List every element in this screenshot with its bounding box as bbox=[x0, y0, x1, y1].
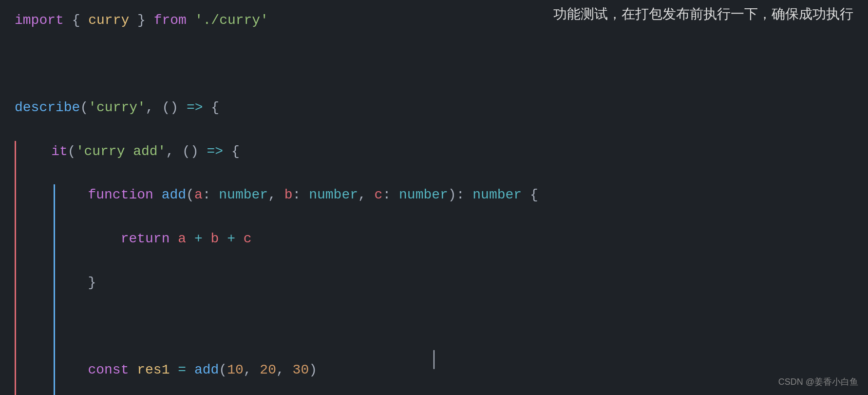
code-block: import { curry } from './curry' describe… bbox=[15, 10, 853, 141]
line-function: function add(a: number, b: number, c: nu… bbox=[22, 184, 853, 206]
i-beam-cursor: │ bbox=[429, 350, 440, 368]
code-area: 功能测试，在打包发布前执行一下，确保成功执行 import { curry } … bbox=[0, 0, 868, 395]
outer-border-line bbox=[15, 141, 16, 395]
main-container: 功能测试，在打包发布前执行一下，确保成功执行 import { curry } … bbox=[0, 0, 868, 395]
it-label: 'curry add' bbox=[76, 144, 166, 159]
num-10-1: 10 bbox=[227, 362, 244, 377]
describe-fn: describe bbox=[15, 100, 80, 115]
line-return: return a + b + c bbox=[22, 228, 853, 250]
var-b: b bbox=[211, 231, 219, 246]
var-c: c bbox=[244, 231, 252, 246]
param-b: b bbox=[284, 187, 293, 202]
add-call: add bbox=[194, 362, 219, 377]
describe-label: 'curry' bbox=[88, 100, 146, 115]
num-20-1: 20 bbox=[260, 362, 276, 377]
add-fn: add bbox=[162, 187, 186, 202]
import-keyword: import bbox=[15, 13, 64, 28]
code-inner: it('curry add', () => { bbox=[15, 141, 853, 185]
watermark: CSDN @姜香小白鱼 bbox=[778, 376, 858, 388]
comment-annotation: 功能测试，在打包发布前执行一下，确保成功执行 bbox=[553, 5, 853, 23]
const-kw-1: const bbox=[88, 362, 129, 377]
return-kw: return bbox=[121, 231, 170, 246]
param-a: a bbox=[194, 187, 203, 202]
arrow-op: => bbox=[187, 100, 203, 115]
import-path: './curry' bbox=[195, 13, 268, 28]
res1-var: res1 bbox=[137, 362, 170, 377]
var-a: a bbox=[178, 231, 186, 246]
curry-import: curry bbox=[88, 13, 129, 28]
num-30-1: 30 bbox=[293, 362, 309, 377]
from-keyword: from bbox=[154, 13, 187, 28]
function-kw: function bbox=[88, 187, 153, 202]
line-describe: describe('curry', () => { bbox=[15, 97, 853, 119]
it-fn: it bbox=[51, 144, 68, 159]
line-blank-2 bbox=[22, 316, 853, 337]
return-type: number bbox=[472, 187, 522, 202]
line-it: it('curry add', () => { bbox=[19, 141, 853, 163]
inner-border-line bbox=[54, 184, 55, 395]
type-number-c: number bbox=[399, 187, 448, 202]
type-number-b: number bbox=[309, 187, 358, 202]
line-close-fn: } bbox=[22, 272, 853, 294]
watermark-text: CSDN @姜香小白鱼 bbox=[778, 377, 858, 387]
param-c: c bbox=[375, 187, 383, 202]
type-number-a: number bbox=[219, 187, 268, 202]
comment-text: 功能测试，在打包发布前执行一下，确保成功执行 bbox=[553, 6, 853, 21]
line-blank-1 bbox=[15, 54, 853, 76]
